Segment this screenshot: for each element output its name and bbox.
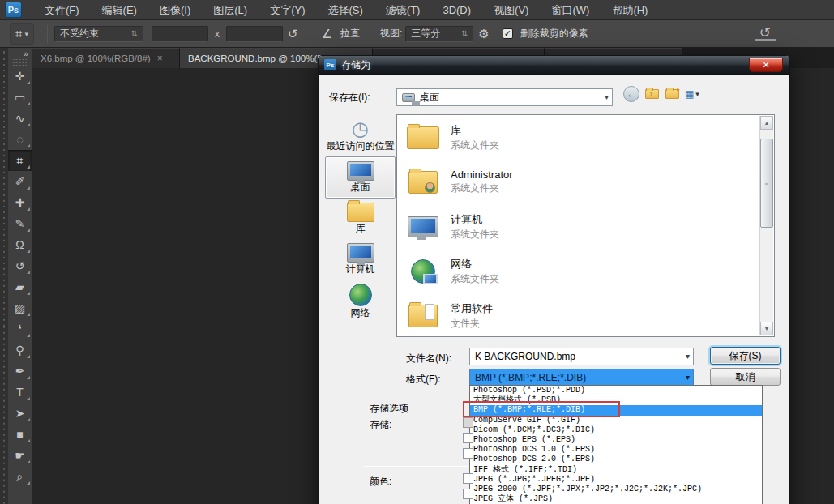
pen-tool[interactable]: ✒ — [8, 361, 32, 382]
quick-selection-tool[interactable]: ◌ — [8, 129, 32, 150]
dialog-titlebar[interactable]: Ps 存储为 ✕ — [319, 56, 789, 75]
menu-layer[interactable]: 图层(L) — [202, 0, 259, 20]
clone-stamp-tool[interactable]: Ω — [8, 234, 32, 255]
cancel-button[interactable]: 取消 — [710, 368, 781, 386]
reset-icon[interactable]: ↺ — [755, 27, 776, 41]
format-option-jpeg[interactable]: JPEG (*.JPG;*.JPEG;*.JPE) — [470, 475, 762, 485]
libraries-folder-icon — [347, 203, 374, 222]
ps-dialog-icon: Ps — [324, 59, 336, 70]
file-row-common-software[interactable]: 常用软件文件夹 — [397, 293, 774, 337]
section-divider — [364, 466, 468, 467]
eyedropper-tool[interactable]: ✐ — [8, 171, 32, 192]
scrollbar-thumb[interactable]: ≡ — [760, 139, 773, 228]
lasso-tool[interactable]: ∿ — [8, 108, 32, 129]
format-option-dcs2[interactable]: Photoshop DCS 2.0 (*.EPS) — [470, 455, 762, 464]
zoom-tool[interactable]: ⌕ — [8, 466, 32, 487]
chevron-down-icon: ▾ — [686, 352, 690, 361]
format-option-eps[interactable]: Photoshop EPS (*.EPS) — [470, 435, 762, 445]
format-option-jpeg2000[interactable]: JPEG 2000 (*.JPF;*.JPX;*.JP2;*.J2C;*.J2K… — [470, 485, 762, 494]
save-in-select[interactable]: 桌面 ▾ — [396, 88, 613, 106]
dodge-tool[interactable]: ⚲ — [8, 340, 32, 361]
panel-grip[interactable] — [13, 59, 27, 66]
file-row-libraries[interactable]: 库系统文件夹 — [397, 115, 774, 160]
dialog-close-button[interactable]: ✕ — [749, 58, 783, 72]
place-recent[interactable]: ◷ 最近访问的位置 — [325, 114, 396, 156]
save-button[interactable]: 保存(S) — [710, 347, 781, 365]
menu-view[interactable]: 视图(V) — [482, 0, 540, 20]
back-button[interactable]: ← — [623, 86, 639, 102]
straighten-label[interactable]: 拉直 — [340, 27, 360, 41]
crop-tool[interactable]: ⌗ — [8, 150, 32, 171]
crop-tool-preset-badge[interactable]: ⌗ ▾ — [10, 23, 34, 45]
chevron-down-icon: ▾ — [24, 30, 28, 38]
place-computer[interactable]: 计算机 — [325, 239, 396, 280]
updown-icon: ⇅ — [461, 29, 468, 38]
scroll-down-icon[interactable]: ▼ — [760, 322, 773, 335]
format-option-iff[interactable]: IFF 格式 (*.IFF;*.TDI) — [470, 465, 762, 475]
tab-x6-bmp[interactable]: X6.bmp @ 100%(RGB/8#) × — [32, 48, 180, 68]
up-folder-button[interactable]: ↑ — [645, 86, 659, 102]
menu-image[interactable]: 图像(I) — [148, 0, 202, 20]
save-as-dialog: Ps 存储为 ✕ 保存在(I): 桌面 ▾ ← ↑ ✦ ▦ ▾ ◷ 最近访问的位… — [318, 55, 790, 504]
collapse-panel-icon[interactable]: » — [24, 49, 28, 58]
file-row-administrator[interactable]: Administrator系统文件夹 — [397, 160, 774, 204]
file-row-network[interactable]: 网络系统文件夹 — [397, 249, 774, 293]
rotate-crop-icon[interactable]: ↺ — [283, 27, 303, 41]
place-network[interactable]: 网络 — [325, 280, 396, 323]
gradient-tool[interactable]: ▨ — [8, 297, 32, 318]
close-icon[interactable]: × — [157, 53, 163, 64]
place-libraries[interactable]: 库 — [325, 199, 396, 239]
blur-tool[interactable]: ❛ — [8, 318, 32, 340]
hand-tool[interactable]: ☛ — [8, 445, 32, 466]
menu-window[interactable]: 窗口(W) — [540, 0, 601, 20]
delete-cropped-pixels-label[interactable]: 删除裁剪的像素 — [520, 27, 588, 41]
save-label: 存储: — [370, 418, 391, 432]
straighten-icon[interactable]: ∠ — [317, 27, 337, 41]
format-option-psd[interactable]: Photoshop (*.PSD;*.PDD) — [470, 386, 762, 395]
format-option-dcs1[interactable]: Photoshop DCS 1.0 (*.EPS) — [470, 445, 762, 455]
history-brush-tool[interactable]: ↺ — [8, 255, 32, 276]
spot-healing-brush-tool[interactable]: ✚ — [8, 192, 32, 213]
file-name-input[interactable]: K BACKGROUND.bmp ▾ — [469, 348, 694, 365]
path-selection-tool[interactable]: ➤ — [8, 403, 32, 424]
menu-file[interactable]: 文件(F) — [33, 0, 91, 20]
file-row-computer[interactable]: 计算机系统文件夹 — [397, 204, 774, 249]
eraser-tool[interactable]: ▰ — [8, 276, 32, 297]
overlay-view-select[interactable]: 三等分 ⇅ — [405, 26, 473, 42]
save-option-checkbox-1[interactable] — [463, 417, 473, 428]
menu-select[interactable]: 选择(S) — [316, 0, 374, 20]
gear-icon[interactable]: ⚙ — [473, 27, 494, 41]
color-option-checkbox-1[interactable] — [463, 473, 473, 484]
crop-ratio-select[interactable]: 不受约束 ⇅ — [54, 26, 143, 42]
rectangular-marquee-tool[interactable]: ▭ — [8, 87, 32, 108]
separator — [310, 25, 310, 43]
format-option-dicom[interactable]: Dicom (*.DCM;*.DC3;*.DIC) — [470, 425, 762, 435]
rectangle-tool[interactable]: ■ — [8, 424, 32, 445]
save-option-checkbox-3[interactable] — [463, 448, 473, 459]
move-tool[interactable]: ✛ — [8, 66, 32, 87]
menu-type[interactable]: 文字(Y) — [259, 0, 316, 20]
menu-help[interactable]: 帮助(H) — [601, 0, 659, 20]
place-desktop[interactable]: 桌面 — [325, 156, 396, 199]
menu-3d[interactable]: 3D(D) — [431, 0, 482, 20]
file-list-scrollbar[interactable]: ▲ ≡ ▼ — [759, 116, 773, 335]
scroll-up-icon[interactable]: ▲ — [760, 116, 773, 130]
type-tool[interactable]: T — [8, 382, 32, 403]
crop-height-input[interactable] — [226, 26, 283, 42]
updown-icon: ⇅ — [131, 29, 138, 38]
menu-filter[interactable]: 滤镜(T) — [374, 0, 432, 20]
format-select[interactable]: BMP (*.BMP;*.RLE;*.DIB) ▾ — [469, 369, 694, 387]
tab-title: X6.bmp @ 100%(RGB/8#) — [41, 53, 151, 63]
separator — [47, 25, 48, 43]
user-folder-icon — [408, 171, 438, 194]
format-option-jps[interactable]: JPEG 立体 (*.JPS) — [470, 494, 762, 504]
delete-cropped-pixels-checkbox[interactable]: ✓ — [503, 28, 513, 39]
new-folder-button[interactable]: ✦ — [665, 86, 679, 102]
views-button[interactable]: ▦ ▾ — [685, 86, 699, 102]
menu-bar: Ps 文件(F) 编辑(E) 图像(I) 图层(L) 文字(Y) 选择(S) 滤… — [0, 0, 834, 20]
save-option-checkbox-2[interactable] — [463, 433, 473, 443]
color-option-checkbox-2[interactable] — [463, 489, 473, 499]
crop-width-input[interactable] — [152, 26, 208, 42]
brush-tool[interactable]: ✎ — [8, 213, 32, 234]
menu-edit[interactable]: 编辑(E) — [91, 0, 148, 20]
